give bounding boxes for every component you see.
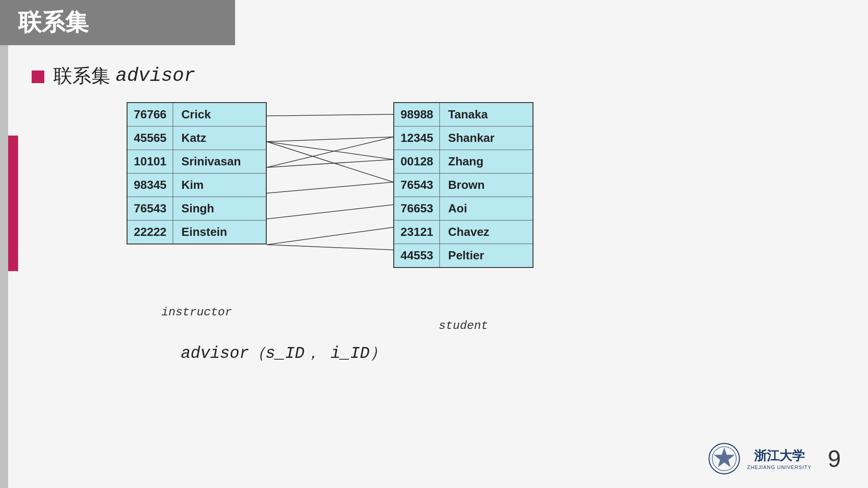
main-content: 联系集 advisor 76766 Crick 45565 Katz 10101… bbox=[23, 54, 854, 364]
university-name: 浙江大学 ZHEJIANG UNIVERSITY bbox=[747, 447, 811, 470]
cell-id: 22222 bbox=[127, 221, 173, 244]
cell-id: 00128 bbox=[394, 150, 440, 173]
cell-id: 45565 bbox=[127, 127, 173, 150]
section-heading: 联系集 advisor bbox=[32, 63, 854, 89]
table-row: 76653 Aoi bbox=[394, 197, 533, 221]
diagram-area: 76766 Crick 45565 Katz 10101 Srinivasan … bbox=[113, 102, 610, 328]
cell-name: Katz bbox=[173, 127, 266, 150]
cell-name: Crick bbox=[173, 103, 266, 126]
university-chinese: 浙江大学 bbox=[754, 447, 805, 465]
svg-line-9 bbox=[267, 245, 393, 250]
svg-line-1 bbox=[267, 137, 393, 142]
cell-name: Chavez bbox=[440, 221, 533, 244]
svg-line-2 bbox=[267, 142, 393, 160]
cell-id: 23121 bbox=[394, 221, 440, 244]
table-row: 00128 Zhang bbox=[394, 150, 533, 174]
svg-line-8 bbox=[267, 227, 393, 245]
instructor-label: instructor bbox=[127, 305, 267, 319]
cell-name: Shankar bbox=[440, 127, 533, 150]
cell-name: Einstein bbox=[173, 221, 266, 244]
heading-text: 联系集 bbox=[53, 63, 116, 89]
cell-id: 98345 bbox=[127, 174, 173, 197]
cell-id: 12345 bbox=[394, 127, 440, 150]
table-row: 10101 Srinivasan bbox=[127, 150, 266, 174]
university-english: ZHEJIANG UNIVERSITY bbox=[747, 465, 811, 470]
bullet-icon bbox=[32, 70, 44, 83]
instructor-table: 76766 Crick 45565 Katz 10101 Srinivasan … bbox=[127, 102, 267, 244]
table-row: 76766 Crick bbox=[127, 103, 266, 127]
page-number: 9 bbox=[828, 445, 841, 472]
cell-id: 98988 bbox=[394, 103, 440, 126]
formula-text: advisor（s_ID， i_ID） bbox=[181, 342, 854, 364]
table-row: 23121 Chavez bbox=[394, 221, 533, 244]
footer: 浙江大学 ZHEJIANG UNIVERSITY 9 bbox=[708, 443, 841, 474]
table-row: 98345 Kim bbox=[127, 174, 266, 197]
svg-line-0 bbox=[267, 114, 393, 116]
table-row: 22222 Einstein bbox=[127, 221, 266, 244]
table-row: 12345 Shankar bbox=[394, 127, 533, 150]
heading-italic: advisor bbox=[116, 65, 195, 87]
cell-id: 76543 bbox=[127, 197, 173, 220]
cell-name: Peltier bbox=[440, 244, 533, 267]
table-row: 98988 Tanaka bbox=[394, 103, 533, 127]
cell-id: 44553 bbox=[394, 244, 440, 267]
svg-marker-12 bbox=[714, 448, 735, 467]
cell-name: Zhang bbox=[440, 150, 533, 173]
table-row: 45565 Katz bbox=[127, 127, 266, 150]
university-logo-icon bbox=[708, 443, 740, 474]
svg-line-4 bbox=[267, 137, 393, 168]
svg-line-7 bbox=[267, 205, 393, 219]
cell-id: 10101 bbox=[127, 150, 173, 173]
cell-id: 76766 bbox=[127, 103, 173, 126]
student-table: 98988 Tanaka 12345 Shankar 00128 Zhang 7… bbox=[393, 102, 533, 268]
slide-title: 联系集 bbox=[18, 7, 89, 38]
cell-name: Tanaka bbox=[440, 103, 533, 126]
cell-id: 76543 bbox=[394, 174, 440, 197]
student-label: student bbox=[393, 319, 533, 333]
cell-id: 76653 bbox=[394, 197, 440, 220]
table-row: 76543 Brown bbox=[394, 174, 533, 197]
svg-line-6 bbox=[267, 182, 393, 193]
cell-name: Kim bbox=[173, 174, 266, 197]
table-row: 76543 Singh bbox=[127, 197, 266, 221]
pink-accent-bar bbox=[8, 136, 18, 271]
cell-name: Aoi bbox=[440, 197, 533, 220]
svg-line-5 bbox=[267, 160, 393, 168]
cell-name: Brown bbox=[440, 174, 533, 197]
table-row: 44553 Peltier bbox=[394, 244, 533, 267]
left-accent-bar bbox=[0, 0, 8, 488]
svg-line-3 bbox=[267, 142, 393, 183]
cell-name: Srinivasan bbox=[173, 150, 266, 173]
title-bar: 联系集 bbox=[0, 0, 235, 45]
cell-name: Singh bbox=[173, 197, 266, 220]
